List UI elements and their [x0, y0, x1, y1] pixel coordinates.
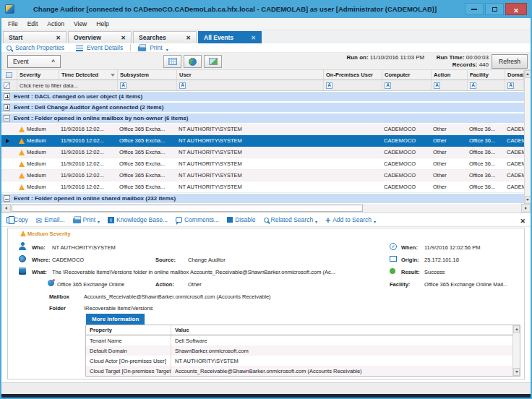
cell-action: Other — [432, 135, 468, 146]
add-to-search-button[interactable]: Add to Search — [325, 213, 376, 226]
scroll-right-button[interactable] — [521, 204, 531, 213]
related-search-button[interactable]: Related Search — [264, 213, 318, 226]
filter-cell-domain[interactable] — [505, 80, 524, 91]
filter-cell-user[interactable] — [177, 80, 324, 91]
tab-bar: Start Overview Searches All Events — [1, 30, 531, 43]
event-group-row[interactable]: Event : DACL changed on user object (4 i… — [1, 91, 531, 102]
column-header-on-premises-user[interactable]: On-Premises User — [324, 70, 382, 80]
cell-severity: Medium — [17, 170, 59, 181]
value-column-header[interactable]: Value — [171, 325, 520, 335]
scroll-up-button[interactable] — [513, 325, 520, 333]
event-group-row[interactable]: Event : Folder opened in online mailbox … — [1, 113, 531, 124]
cell-action: Other — [432, 147, 468, 158]
property-table-scrollbar[interactable] — [512, 325, 520, 376]
property-value: ShawnBarker.onmicrosoft.com — [171, 346, 520, 356]
menu-view[interactable]: View — [74, 20, 87, 27]
related-search-icon — [264, 218, 269, 223]
origin-icon-wrap — [390, 256, 397, 263]
event-row[interactable]: Medium 11/9/2016 12:02... Office 365 Exc… — [1, 147, 531, 158]
tab-more-information[interactable]: More Information — [86, 314, 145, 325]
event-row[interactable]: Medium 11/9/2016 12:02... Office 365 Exc… — [1, 135, 531, 147]
filter-cell-subsystem[interactable] — [118, 80, 177, 91]
scrollbar-thumb[interactable] — [12, 205, 363, 212]
menu-action[interactable]: Action — [47, 20, 64, 27]
row-selector-cell — [1, 158, 17, 169]
grid-view-button[interactable] — [163, 55, 181, 68]
refresh-button[interactable]: Refresh — [492, 54, 528, 69]
tab-overview[interactable]: Overview — [68, 31, 132, 43]
cell-on-premises-user — [324, 147, 382, 158]
run-on-label: Run on: — [346, 54, 368, 61]
event-group-row[interactable]: Event : Dell Change Auditor Agent connec… — [1, 102, 531, 113]
expand-collapse-icon[interactable] — [4, 93, 10, 100]
column-header-domain[interactable]: Domain — [505, 70, 524, 80]
column-header-time-detected[interactable]: Time Detected — [59, 70, 118, 80]
filter-corner[interactable] — [1, 80, 17, 91]
menu-help[interactable]: Help — [96, 20, 108, 27]
expand-collapse-icon[interactable] — [4, 104, 10, 111]
cell-time-detected: 11/9/2016 12:02... — [59, 124, 118, 134]
filter-cell-computer[interactable] — [382, 80, 432, 91]
grid-horizontal-scrollbar[interactable] — [1, 204, 531, 213]
tab-start[interactable]: Start — [3, 31, 66, 43]
tab-close-icon[interactable] — [245, 34, 256, 41]
related-search-label: Related Search — [271, 216, 314, 223]
menu-file[interactable]: File — [8, 20, 18, 27]
column-header-subsystem[interactable]: Subsystem — [118, 70, 177, 80]
cell-time-detected: 11/9/2016 12:02... — [59, 170, 118, 181]
property-column-header[interactable]: Property — [86, 325, 171, 335]
property-table: Property Value Tenant NameDell SoftwareD… — [85, 325, 520, 377]
print-event-button[interactable]: Print — [73, 213, 100, 226]
tab-searches[interactable]: Searches — [133, 31, 197, 43]
event-row[interactable]: Medium 11/9/2016 12:02... Office 365 Exc… — [1, 170, 531, 181]
severity-text: Medium — [27, 172, 46, 179]
scroll-left-button[interactable] — [1, 204, 11, 213]
expand-collapse-icon[interactable] — [4, 195, 10, 202]
tab-label: Start — [9, 34, 22, 41]
event-row[interactable]: Medium 11/9/2016 12:02... Office 365 Exc… — [1, 181, 531, 193]
event-row[interactable]: Medium 11/9/2016 12:02... Office 365 Exc… — [1, 124, 531, 135]
column-header-severity[interactable]: Severity — [17, 70, 59, 80]
detail-close-button[interactable] — [520, 213, 525, 226]
knowledge-base-button[interactable]: Knowledge Base... — [108, 216, 168, 223]
filter-prompt[interactable]: Click here to filter data... — [17, 80, 118, 91]
expand-collapse-icon[interactable] — [4, 115, 10, 121]
tab-all-events[interactable]: All Events — [198, 31, 262, 43]
scroll-down-button[interactable] — [525, 196, 531, 204]
column-header-facility[interactable]: Facility — [468, 70, 505, 80]
warning-icon — [19, 138, 25, 144]
filter-cell-facility[interactable] — [468, 80, 505, 91]
event-details-button[interactable]: Event Details — [87, 44, 123, 51]
print-button[interactable]: Print — [150, 44, 162, 51]
disable-button[interactable]: Disable — [227, 216, 255, 223]
event-group-row[interactable]: Event : Folder opened in online shared m… — [1, 193, 531, 204]
search-properties-button[interactable]: Search Properties — [15, 44, 64, 51]
column-header-action[interactable]: Action — [432, 70, 468, 80]
maximize-button[interactable] — [485, 3, 504, 15]
scroll-up-button[interactable] — [525, 70, 531, 78]
select-all-icon — [6, 72, 12, 78]
tab-close-icon[interactable] — [50, 34, 61, 41]
column-header-computer[interactable]: Computer — [382, 70, 432, 80]
menu-edit[interactable]: Edit — [27, 20, 38, 27]
comments-button[interactable]: Comments... — [176, 216, 219, 223]
tab-close-icon[interactable] — [180, 34, 191, 41]
copy-button[interactable]: Copy — [7, 216, 28, 223]
event-group-button[interactable]: Event — [7, 55, 61, 68]
grid-body: Event : DACL changed on user object (4 i… — [1, 91, 531, 204]
event-row[interactable]: Medium 11/9/2016 12:02... Office 365 Exc… — [1, 158, 531, 170]
minimize-button[interactable] — [465, 3, 484, 15]
chart-view-button[interactable] — [184, 55, 202, 68]
print-icon — [73, 218, 81, 223]
select-all-corner[interactable] — [1, 70, 17, 80]
scroll-down-button[interactable] — [513, 368, 520, 376]
close-button[interactable] — [505, 3, 527, 15]
filter-cell-on-premises-user[interactable] — [324, 80, 382, 91]
tab-close-icon[interactable] — [115, 34, 126, 41]
property-table-body: Tenant NameDell SoftwareDefault DomainSh… — [86, 335, 520, 376]
email-button[interactable]: Email... — [36, 213, 65, 226]
filter-cell-action[interactable] — [432, 80, 468, 91]
column-header-user[interactable]: User — [177, 70, 324, 80]
export-view-button[interactable] — [204, 55, 222, 68]
grid-vertical-scrollbar[interactable] — [524, 70, 531, 204]
